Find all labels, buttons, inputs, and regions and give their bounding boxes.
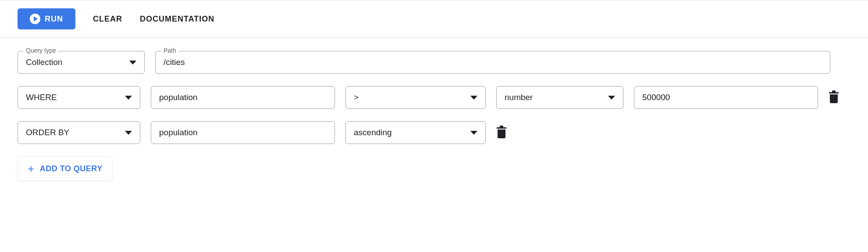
clause-value: ORDER BY xyxy=(26,128,69,137)
chevron-down-icon xyxy=(470,96,477,100)
direction-select[interactable]: ascending xyxy=(345,121,486,144)
orderby-field-value: population xyxy=(159,128,198,137)
chevron-down-icon xyxy=(129,61,136,65)
plus-icon: + xyxy=(28,163,35,174)
documentation-button[interactable]: DOCUMENTATION xyxy=(140,14,214,24)
direction-value: ascending xyxy=(354,128,392,137)
path-value: /cities xyxy=(164,58,185,67)
run-button-label: RUN xyxy=(45,14,63,24)
operator-select[interactable]: > xyxy=(345,86,486,109)
path-input[interactable]: Path /cities xyxy=(155,51,830,74)
chevron-down-icon xyxy=(470,131,477,135)
add-to-query-label: ADD TO QUERY xyxy=(40,164,103,173)
value-type-select[interactable]: number xyxy=(496,86,623,109)
where-value-input[interactable]: 500000 xyxy=(634,86,818,109)
where-field-value: population xyxy=(159,93,198,102)
chevron-down-icon xyxy=(125,96,132,100)
clause-value: WHERE xyxy=(26,93,57,102)
path-label: Path xyxy=(161,47,179,54)
where-value: 500000 xyxy=(642,93,670,102)
value-type-value: number xyxy=(505,93,533,102)
query-type-value: Collection xyxy=(26,58,62,67)
query-type-select[interactable]: Query type Collection xyxy=(18,51,145,74)
operator-value: > xyxy=(354,93,359,102)
clause-select[interactable]: ORDER BY xyxy=(18,121,140,144)
where-field-input[interactable]: population xyxy=(151,86,335,109)
delete-row-button[interactable] xyxy=(829,92,839,103)
clause-select[interactable]: WHERE xyxy=(18,86,140,109)
query-builder-form: Query type Collection Path /cities WHERE… xyxy=(0,38,868,194)
toolbar: RUN CLEAR DOCUMENTATION xyxy=(0,0,868,38)
chevron-down-icon xyxy=(125,131,132,135)
trash-icon xyxy=(829,92,839,94)
clear-button[interactable]: CLEAR xyxy=(93,14,122,24)
orderby-field-input[interactable]: population xyxy=(151,121,335,144)
delete-row-button[interactable] xyxy=(496,127,507,138)
run-button[interactable]: RUN xyxy=(18,8,75,29)
trash-icon xyxy=(497,127,506,129)
query-type-label: Query type xyxy=(23,47,58,54)
add-to-query-button[interactable]: + ADD TO QUERY xyxy=(18,156,113,181)
play-icon xyxy=(30,14,40,24)
chevron-down-icon xyxy=(608,96,615,100)
